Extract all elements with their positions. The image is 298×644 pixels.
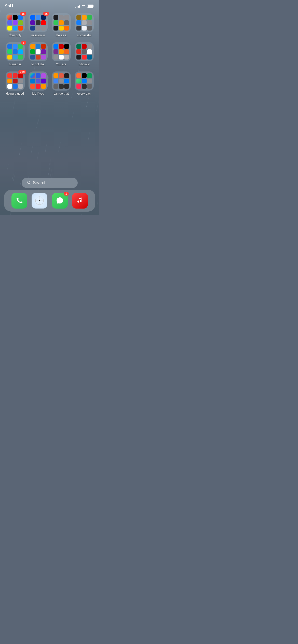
mini-app-gray4 <box>64 55 69 60</box>
mini-app-sheets <box>87 73 92 78</box>
dock-safari[interactable] <box>32 193 47 209</box>
mini-app-dark <box>53 26 58 31</box>
mini-app-red2 <box>82 44 87 49</box>
safari-app-icon <box>32 193 47 209</box>
folder-folder-1[interactable]: 15Your only <box>5 13 25 37</box>
mini-app-orange3 <box>82 15 87 20</box>
mini-app-whatsapp <box>7 49 12 54</box>
mini-app-paramount <box>30 15 35 20</box>
mini-app-google2 <box>87 49 92 54</box>
status-icons <box>75 4 94 8</box>
badge-folder-1: 15 <box>20 12 26 16</box>
folder-folder-9[interactable]: 709doing a good <box>5 71 25 95</box>
mini-app-twitch <box>13 20 18 25</box>
folder-label-folder-5: human is <box>9 63 21 66</box>
mini-app-scripter <box>64 79 69 83</box>
mini-app-google <box>59 55 64 60</box>
folder-folder-8[interactable]: officially <box>74 42 94 66</box>
folder-folder-3[interactable]: life as a <box>51 13 71 37</box>
badge-folder-5: 6 <box>21 41 26 45</box>
mini-app-stocks <box>82 73 87 78</box>
mini-app-blue3 <box>76 20 81 25</box>
mini-app-home <box>30 44 35 49</box>
mini-app-books <box>7 79 12 83</box>
mini-app-purple2 <box>36 79 40 83</box>
mini-app-green-app <box>53 20 58 25</box>
folder-folder-2[interactable]: 26mission in <box>28 13 48 37</box>
folder-icon-folder-1: 15 <box>6 13 25 32</box>
folder-folder-5[interactable]: 6human is <box>5 42 25 66</box>
mini-app-tiktok <box>13 15 18 20</box>
mini-app-colorful <box>30 73 35 78</box>
folder-folder-11[interactable]: can do that <box>51 71 71 95</box>
mini-app-gray5 <box>87 44 92 49</box>
mini-app-podcast <box>41 73 46 78</box>
battery-icon <box>87 5 94 8</box>
mini-app-files <box>36 44 40 49</box>
signal-bars-icon <box>75 5 80 8</box>
mini-app-onenote <box>41 49 46 54</box>
mini-app-amazon <box>59 49 64 54</box>
badge-folder-2: 26 <box>43 12 49 16</box>
mini-app-download <box>53 73 58 78</box>
folder-icon-folder-7 <box>52 42 71 61</box>
folder-folder-10[interactable]: job if you <box>28 71 48 95</box>
folder-folder-7[interactable]: You are <box>51 42 71 66</box>
mini-app-opera <box>36 84 40 89</box>
svg-point-7 <box>39 200 40 201</box>
mini-app-word <box>87 20 92 25</box>
mini-app-firefox <box>41 84 46 89</box>
mini-app-maps <box>76 79 81 83</box>
mini-app-acolor <box>64 84 69 89</box>
mini-app-gray7 <box>18 79 23 83</box>
search-label: Search <box>33 180 47 185</box>
folder-label-folder-6: to not die. <box>31 63 45 66</box>
wifi-icon <box>82 4 86 8</box>
mini-app-gray2 <box>82 20 87 25</box>
folder-label-folder-3: life as a <box>56 34 66 37</box>
mini-app-yellow <box>59 26 64 31</box>
mini-app-tempi <box>76 84 81 89</box>
signal-bar-4 <box>79 5 80 8</box>
mini-app-orange <box>59 20 64 25</box>
folder-folder-12[interactable]: every day. <box>74 71 94 95</box>
dock-messages[interactable]: 1 <box>52 193 68 209</box>
mini-app-circle <box>87 84 92 89</box>
search-button[interactable]: Search <box>22 178 78 188</box>
mini-app-simulator <box>53 84 58 89</box>
mini-app-flag <box>41 44 46 49</box>
mini-app-edge <box>30 79 35 83</box>
folder-icon-folder-3 <box>52 13 71 32</box>
dock: 1 <box>4 190 95 212</box>
mini-app-brave <box>30 84 35 89</box>
signal-bar-3 <box>78 6 79 8</box>
mini-app-telegram <box>13 55 18 60</box>
mini-app-gray <box>36 26 40 31</box>
folder-icon-folder-11 <box>52 71 71 91</box>
mini-app-nba <box>30 26 35 31</box>
mini-app-starz <box>36 20 40 25</box>
folder-icon-folder-4 <box>75 13 94 32</box>
folder-label-folder-8: officially <box>79 63 90 66</box>
mini-app-green2 <box>87 15 92 20</box>
search-area: Search <box>0 178 99 188</box>
mini-app-brown <box>76 15 81 20</box>
folder-folder-6[interactable]: to not die. <box>28 42 48 66</box>
mini-app-gray8 <box>18 84 23 89</box>
folder-icon-folder-6 <box>29 42 48 61</box>
mini-app-etsy <box>64 49 69 54</box>
folder-icon-folder-5: 6 <box>6 42 25 61</box>
mini-app-dominos <box>87 55 92 60</box>
mini-app-kik <box>18 20 23 25</box>
mini-app-vudu <box>36 15 40 20</box>
mini-app-dark2 <box>82 84 87 89</box>
dock-music[interactable] <box>72 193 88 209</box>
mini-app-newsbreak <box>13 84 18 89</box>
mini-app-messages <box>18 44 23 49</box>
dock-phone[interactable] <box>11 193 27 209</box>
mini-app-fp <box>7 44 12 49</box>
mini-app-word2 <box>30 55 35 60</box>
folder-icon-folder-12 <box>75 71 94 91</box>
folder-folder-4[interactable]: successful <box>74 13 94 37</box>
mini-app-butter <box>7 55 12 60</box>
